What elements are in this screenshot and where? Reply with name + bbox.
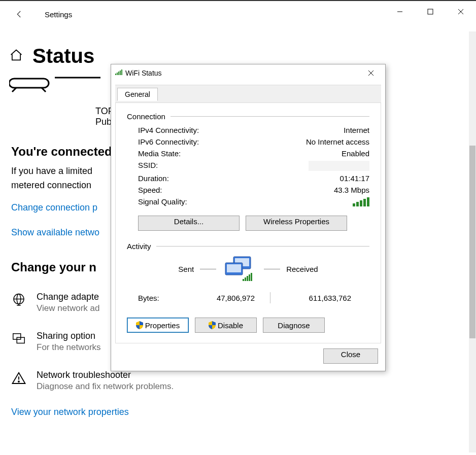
row-speed: Speed: 43.3 Mbps	[138, 186, 369, 194]
home-icon[interactable]	[9, 48, 23, 64]
option-troubleshooter[interactable]: Network troubleshooter Diagnose and fix …	[11, 370, 476, 392]
row-signal-quality: Signal Quality:	[138, 197, 369, 206]
link-view-network-properties[interactable]: View your network properties	[11, 407, 476, 417]
settings-app-title: Settings	[45, 10, 72, 19]
row-duration: Duration: 01:41:17	[138, 174, 369, 183]
close-button[interactable]: Close	[323, 348, 378, 364]
row-ipv6: IPv6 Connectivity: No Internet access	[138, 137, 369, 146]
activity-line-icon	[264, 269, 280, 269]
svg-rect-27	[227, 264, 241, 272]
signal-bars-icon	[115, 69, 122, 77]
svg-rect-28	[243, 279, 244, 281]
svg-rect-18	[117, 73, 118, 75]
option-title: Change adapte	[37, 292, 99, 302]
dialog-footer: Close	[111, 343, 385, 371]
page-title: Status	[32, 45, 94, 67]
option-subtitle: View network ad	[37, 303, 99, 313]
back-arrow-icon[interactable]	[13, 8, 25, 20]
sent-label: Sent	[178, 265, 194, 273]
svg-rect-20	[120, 71, 121, 75]
row-media-state: Media State: Enabled	[138, 149, 369, 158]
scrollbar-thumb[interactable]	[469, 146, 475, 338]
svg-rect-31	[249, 274, 250, 281]
tab-strip: General	[115, 85, 381, 103]
received-bytes: 611,633,762	[285, 294, 351, 302]
properties-button[interactable]: Properties	[127, 318, 189, 333]
svg-point-16	[18, 381, 19, 382]
dialog-close-button[interactable]	[361, 65, 381, 81]
bytes-row: Bytes: 47,806,972 611,633,762	[138, 292, 369, 303]
action-buttons: Properties Disable Diagnose	[127, 318, 369, 333]
svg-rect-1	[428, 9, 433, 14]
window-controls	[385, 1, 476, 22]
diagnose-button[interactable]: Diagnose	[263, 318, 325, 333]
svg-rect-4	[9, 79, 49, 88]
group-activity: Activity	[127, 242, 369, 251]
svg-rect-29	[245, 277, 246, 281]
group-connection: Connection	[127, 112, 369, 121]
globe-icon	[11, 301, 26, 309]
svg-rect-21	[121, 69, 122, 75]
tab-general[interactable]: General	[117, 88, 158, 101]
sent-bytes: 47,806,972	[199, 294, 255, 302]
activity-line-icon	[200, 269, 216, 269]
wireless-properties-button[interactable]: Wireless Properties	[246, 216, 347, 231]
disable-button[interactable]: Disable	[195, 318, 257, 333]
page-heading-row: Status	[0, 27, 476, 67]
shield-icon	[209, 321, 216, 329]
network-computers-icon	[222, 256, 258, 282]
warning-triangle-icon	[11, 379, 26, 388]
maximize-button[interactable]	[415, 1, 446, 22]
svg-rect-32	[251, 273, 252, 281]
svg-rect-19	[118, 72, 119, 75]
bytes-separator	[270, 292, 270, 303]
printer-share-icon	[11, 340, 26, 348]
details-button[interactable]: Details...	[138, 216, 240, 231]
option-title: Network troubleshooter	[37, 370, 174, 380]
option-title: Sharing option	[37, 331, 101, 341]
svg-rect-17	[115, 74, 116, 75]
minimize-button[interactable]	[385, 1, 415, 22]
option-subtitle: Diagnose and fix network problems.	[37, 381, 174, 392]
dialog-title: WiFi Status	[125, 69, 162, 77]
wifi-status-dialog: WiFi Status General Connection IPv4 Conn…	[111, 64, 386, 371]
scrollbar-track[interactable]	[469, 31, 476, 452]
row-ssid: SSID:	[138, 161, 369, 171]
dialog-titlebar[interactable]: WiFi Status	[111, 64, 385, 82]
option-subtitle: For the networks	[37, 342, 101, 353]
activity-diagram: Sent	[127, 256, 369, 282]
ssid-value-redacted	[309, 161, 369, 171]
bytes-label: Bytes:	[138, 294, 199, 302]
shield-icon	[136, 321, 143, 329]
row-ipv4: IPv4 Connectivity: Internet	[138, 126, 369, 134]
close-button[interactable]	[446, 1, 476, 22]
signal-bars-icon	[353, 197, 369, 206]
svg-rect-30	[247, 276, 248, 281]
dialog-body: Connection IPv4 Connectivity: Internet I…	[115, 103, 381, 343]
received-label: Received	[286, 265, 318, 273]
connection-buttons: Details... Wireless Properties	[138, 216, 369, 231]
